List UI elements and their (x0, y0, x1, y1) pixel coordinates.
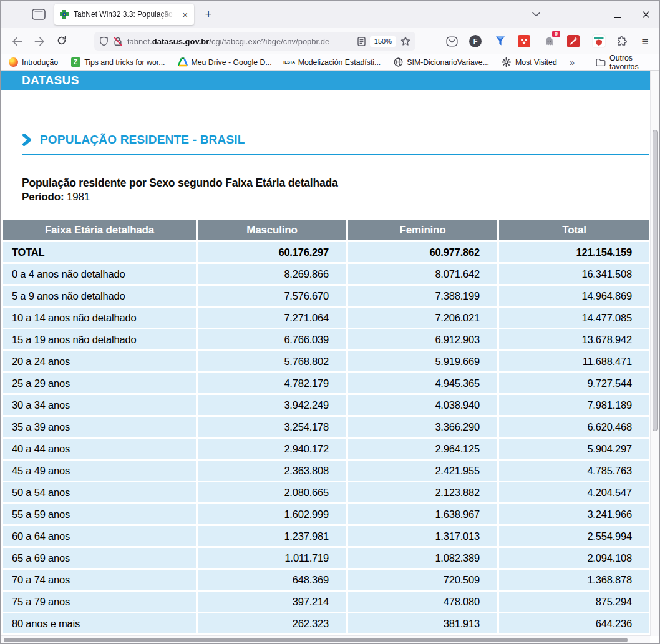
mendeley-extension-icon[interactable] (516, 33, 532, 49)
wand-extension-icon[interactable] (565, 33, 581, 49)
bookmark-meu-drive[interactable]: Meu Drive - Google D... (178, 57, 272, 67)
green-z-icon: Z (70, 57, 80, 67)
table-row: TOTAL 60.176.297 60.977.862 121.154.159 (3, 242, 650, 262)
browser-tab[interactable]: TabNet Win32 3.3: População Re × (54, 4, 194, 25)
new-tab-button[interactable]: + (200, 6, 216, 22)
reader-mode-icon[interactable] (357, 37, 366, 46)
age-band-cell: TOTAL (3, 242, 196, 262)
browser-window: TabNet Win32 3.3: População Re × + – (0, 0, 660, 644)
total-cell: 16.341.508 (499, 264, 649, 284)
age-band-cell: 80 anos e mais (3, 613, 196, 633)
title-bar: TabNet Win32 3.3: População Re × + – (1, 1, 659, 28)
total-cell: 13.678.942 (499, 329, 649, 349)
forward-button[interactable] (31, 32, 48, 50)
horizontal-scrollbar-thumb[interactable] (4, 638, 628, 642)
bookmark-modelizacion[interactable]: IESTA Modelización Estadísti... (284, 57, 381, 67)
masculino-cell: 648.369 (198, 570, 346, 590)
masculino-cell: 3.254.178 (198, 417, 346, 437)
firefox-view-icon[interactable] (29, 7, 48, 21)
age-band-cell: 45 a 49 anos (3, 461, 196, 481)
blue-funnel-extension-icon[interactable] (492, 33, 508, 49)
close-window-button[interactable] (636, 7, 655, 22)
table-row: 25 a 29 anos 4.782.179 4.945.365 9.727.5… (3, 373, 650, 393)
tab-close-icon[interactable]: × (181, 9, 189, 20)
back-button[interactable] (8, 32, 26, 50)
bookmark-star-icon[interactable] (400, 36, 410, 46)
other-favorites-button[interactable]: Outros favoritos (596, 54, 651, 71)
age-band-cell: 25 a 29 anos (3, 373, 196, 393)
masculino-cell: 5.768.802 (198, 351, 346, 371)
age-band-cell: 55 a 59 anos (3, 504, 196, 524)
folder-icon (596, 57, 606, 67)
tab-title: TabNet Win32 3.3: População Re (74, 10, 177, 19)
total-cell: 14.964.869 (499, 286, 649, 306)
masculino-cell: 397.214 (198, 592, 346, 612)
masculino-cell: 7.271.064 (198, 308, 346, 328)
masculino-cell: 1.602.999 (198, 504, 346, 524)
buster-extension-icon[interactable] (591, 33, 607, 49)
lock-slash-icon[interactable] (113, 36, 123, 47)
table-row: 0 a 4 anos não detalhado 8.269.866 8.071… (3, 264, 650, 284)
masculino-cell: 6.766.039 (198, 329, 346, 349)
masculino-cell: 8.269.866 (198, 264, 346, 284)
feminino-cell: 4.038.940 (348, 395, 497, 415)
bookmark-sim-dicionario[interactable]: SIM-DicionarioVariave... (393, 57, 489, 67)
feminino-cell: 5.919.669 (348, 351, 497, 371)
table-row: 5 a 9 anos não detalhado 7.576.670 7.388… (3, 286, 650, 306)
age-band-cell: 60 a 64 anos (3, 526, 196, 546)
total-cell: 875.294 (499, 592, 649, 612)
masculino-cell: 2.940.172 (198, 439, 346, 459)
masculino-cell: 1.237.981 (198, 526, 346, 546)
pocket-icon[interactable] (444, 33, 460, 49)
menu-hamburger-icon[interactable]: ≡ (637, 33, 653, 49)
bookmarks-overflow-chevron[interactable]: » (570, 57, 575, 67)
total-cell: 4.785.763 (499, 461, 649, 481)
feminino-cell: 1.082.389 (348, 548, 497, 568)
feminino-cell: 6.912.903 (348, 329, 497, 349)
table-row: 55 a 59 anos 1.602.999 1.638.967 3.241.9… (3, 504, 650, 524)
feminino-cell: 1.317.013 (348, 526, 497, 546)
age-band-cell: 5 a 9 anos não detalhado (3, 286, 196, 306)
reload-button[interactable] (53, 32, 70, 50)
total-cell: 2.554.994 (499, 526, 649, 546)
age-band-cell: 10 a 14 anos não detalhado (3, 308, 196, 328)
bookmark-tips[interactable]: Z Tips and tricks for wor... (70, 57, 165, 67)
population-table: Faixa Etária detalhada Masculino Feminin… (3, 220, 650, 635)
feminino-cell: 4.945.365 (348, 373, 497, 393)
age-band-cell: 70 a 74 anos (3, 570, 196, 590)
maximize-icon (614, 11, 621, 18)
horizontal-scrollbar[interactable] (1, 635, 650, 644)
vertical-scrollbar[interactable] (650, 71, 659, 636)
bookmark-most-visited[interactable]: Most Visited (502, 57, 557, 67)
maximize-button[interactable] (608, 7, 627, 22)
period-line: Período: 1981 (22, 191, 90, 203)
age-band-cell: 40 a 44 anos (3, 439, 196, 459)
vertical-scrollbar-thumb[interactable] (653, 130, 658, 431)
total-cell: 9.727.544 (499, 373, 649, 393)
feminino-cell: 60.977.862 (348, 242, 497, 262)
shield-icon[interactable] (99, 36, 109, 46)
total-cell: 7.981.189 (499, 395, 649, 415)
feminino-cell: 7.388.199 (348, 286, 497, 306)
masculino-cell: 4.782.179 (198, 373, 346, 393)
age-band-cell: 65 a 69 anos (3, 548, 196, 568)
minimize-button[interactable]: – (579, 7, 598, 22)
title-divider (22, 154, 649, 155)
bookmark-introducao[interactable]: Introdução (8, 57, 58, 67)
period-label: Período: (22, 191, 64, 203)
total-cell: 3.241.966 (499, 504, 649, 524)
f-extension-icon[interactable]: F (467, 33, 483, 49)
age-band-cell: 75 a 79 anos (3, 592, 196, 612)
ghost-extension-icon[interactable]: 0 (541, 33, 557, 49)
tab-list-chevron-icon[interactable] (527, 7, 545, 22)
total-cell: 644.236 (499, 613, 649, 633)
header-total: Total (499, 220, 649, 240)
zoom-level-button[interactable]: 150% (370, 36, 396, 47)
table-row: 20 a 24 anos 5.768.802 5.919.669 11.688.… (3, 351, 650, 371)
extensions-puzzle-icon[interactable] (614, 33, 631, 49)
header-masculino: Masculino (198, 220, 346, 240)
datasus-brand-bar: DATASUS (1, 71, 650, 90)
feminino-cell: 1.638.967 (348, 504, 497, 524)
url-bar[interactable]: tabnet.datasus.gov.br/cgi/tabcgi.exe?ibg… (94, 32, 415, 51)
masculino-cell: 3.942.249 (198, 395, 346, 415)
